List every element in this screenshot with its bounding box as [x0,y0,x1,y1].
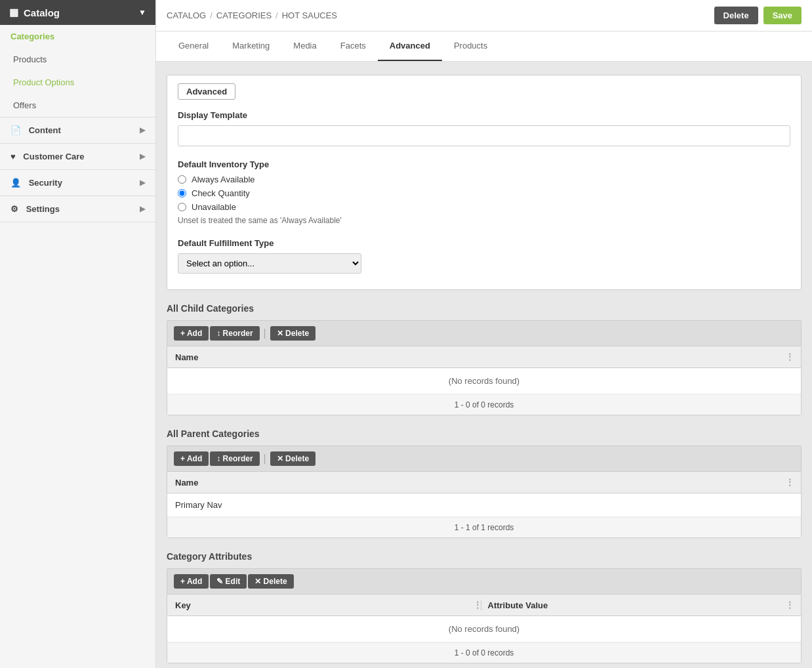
sidebar-item-offers[interactable]: Offers [0,94,155,117]
child-categories-reorder-button[interactable]: ↕ Reorder [210,326,259,341]
sidebar-item-products[interactable]: Products [0,48,155,71]
radio-always-available[interactable]: Always Available [178,175,790,184]
category-attributes-section: Category Attributes + Add ✎ Edit ✕ Delet… [167,551,802,663]
display-template-input[interactable] [178,125,790,146]
radio-unavailable[interactable]: Unavailable [178,202,790,212]
parent-categories-table: Name ⋮ Primary Nav 1 - 1 of 1 records [167,471,802,538]
advanced-section-box: Advanced Display Template Default Invent… [167,75,802,290]
category-attributes-add-button[interactable]: + Add [174,574,209,589]
tab-media[interactable]: Media [281,31,328,61]
main-content: CATALOG / CATEGORIES / HOT SAUCES Delete… [156,0,812,668]
sidebar: ▦ Catalog ▼ Categories Products Product … [0,0,156,668]
settings-icon: ⚙ [10,204,18,214]
parent-categories-section: All Parent Categories + Add ↕ Reorder | … [167,428,802,538]
radio-check-quantity[interactable]: Check Quantity [178,188,790,198]
parent-categories-add-button[interactable]: + Add [174,451,209,466]
security-label: Security [29,178,62,188]
category-attributes-edit-button[interactable]: ✎ Edit [210,574,247,589]
breadcrumb-catalog[interactable]: CATALOG [167,10,206,20]
child-categories-sep: | [264,327,266,339]
tab-advanced[interactable]: Advanced [378,31,442,61]
sidebar-group-content: 📄 Content ▶ [0,117,155,144]
breadcrumb-categories[interactable]: CATEGORIES [216,10,272,20]
sidebar-item-label: Offers [13,100,36,110]
save-button[interactable]: Save [763,7,802,24]
radio-always-available-label: Always Available [192,175,255,184]
security-icon: 👤 [10,178,21,188]
delete-button[interactable]: Delete [714,7,758,24]
sidebar-item-categories[interactable]: Categories [0,25,155,48]
content-icon: 📄 [10,125,21,135]
sidebar-item-label: Products [13,54,47,64]
security-chevron-icon: ▶ [140,178,145,187]
sidebar-group-customer-care: ♥ Customer Care ▶ [0,144,155,170]
catalog-icon: ▦ [9,7,18,18]
child-categories-section: All Child Categories + Add ↕ Reorder | ✕… [167,303,802,415]
parent-categories-row-value: Primary Nav [175,500,222,510]
radio-check-quantity-label: Check Quantity [192,188,250,198]
child-categories-table: Name ⋮ (No records found) 1 - 0 of 0 rec… [167,346,802,415]
category-attributes-empty-row: (No records found) [167,616,801,642]
sidebar-header[interactable]: ▦ Catalog ▼ [0,0,155,25]
category-attributes-table: Key ⋮ Attribute Value ⋮ (No records foun… [167,594,802,663]
display-template-label: Display Template [178,110,790,120]
child-categories-delete-button[interactable]: ✕ Delete [270,326,315,341]
sidebar-item-product-options[interactable]: Product Options [0,71,155,94]
parent-categories-pagination: 1 - 1 of 1 records [167,517,801,537]
parent-categories-name-col: Name [175,478,785,488]
category-attributes-value-resize[interactable]: ⋮ [785,600,793,610]
sidebar-group-security: 👤 Security ▶ [0,170,155,196]
fulfillment-type-label: Default Fulfillment Type [178,238,790,248]
child-categories-name-col: Name [175,352,785,362]
parent-categories-reorder-button[interactable]: ↕ Reorder [210,451,259,466]
settings-chevron-icon: ▶ [140,205,145,213]
parent-categories-row-primary-nav[interactable]: Primary Nav [167,493,801,517]
parent-categories-action-bar: + Add ↕ Reorder | ✕ Delete [167,446,802,471]
inventory-type-radio-group: Always Available Check Quantity Unavaila… [178,175,790,212]
display-template-field: Display Template [178,110,790,146]
child-categories-action-bar: + Add ↕ Reorder | ✕ Delete [167,320,802,346]
settings-label: Settings [26,204,60,214]
radio-always-available-input[interactable] [178,175,186,184]
child-categories-add-button[interactable]: + Add [174,326,209,341]
customer-care-icon: ♥ [10,152,16,161]
sidebar-group-settings-header[interactable]: ⚙ Settings ▶ [0,196,155,222]
tab-products[interactable]: Products [442,31,499,61]
sidebar-group-settings: ⚙ Settings ▶ [0,196,155,222]
parent-categories-delete-button[interactable]: ✕ Delete [270,451,315,466]
child-categories-table-header: Name ⋮ [167,346,801,368]
sidebar-group-content-header[interactable]: 📄 Content ▶ [0,117,155,143]
radio-unavailable-input[interactable] [178,203,186,211]
parent-categories-sep: | [264,453,266,465]
breadcrumb: CATALOG / CATEGORIES / HOT SAUCES [167,10,337,20]
sidebar-item-label: Categories [10,31,54,41]
radio-check-quantity-input[interactable] [178,189,186,198]
sidebar-title: Catalog [24,7,60,18]
breadcrumb-sep-1: / [210,10,213,20]
sidebar-item-label: Product Options [13,77,74,87]
content-label: Content [29,125,61,135]
sidebar-chevron-icon: ▼ [138,8,146,17]
child-categories-resize-handle[interactable]: ⋮ [785,352,793,362]
parent-categories-resize-handle[interactable]: ⋮ [785,477,793,488]
inventory-type-field: Default Inventory Type Always Available … [178,159,790,225]
child-categories-pagination: 1 - 0 of 0 records [167,394,801,415]
inventory-type-label: Default Inventory Type [178,159,790,169]
category-attributes-action-bar: + Add ✎ Edit ✕ Delete [167,568,802,594]
category-attributes-value-col: Attribute Value [481,600,786,610]
advanced-section-header: Advanced [178,83,235,100]
category-attributes-key-col: Key [175,600,473,610]
tab-general[interactable]: General [167,31,220,61]
tab-marketing[interactable]: Marketing [220,31,281,61]
category-attributes-delete-button[interactable]: ✕ Delete [248,574,293,589]
sidebar-group-customer-care-header[interactable]: ♥ Customer Care ▶ [0,144,155,169]
category-attributes-key-resize[interactable]: ⋮ [473,600,481,610]
tab-facets[interactable]: Facets [329,31,378,61]
sidebar-group-security-header[interactable]: 👤 Security ▶ [0,170,155,196]
topbar-actions: Delete Save [714,7,802,24]
category-attributes-pagination: 1 - 0 of 0 records [167,642,801,663]
breadcrumb-sep-2: / [275,10,278,20]
fulfillment-type-field: Default Fulfillment Type Select an optio… [178,238,790,274]
fulfillment-type-select[interactable]: Select an option... [178,253,361,274]
category-attributes-table-header: Key ⋮ Attribute Value ⋮ [167,595,801,616]
